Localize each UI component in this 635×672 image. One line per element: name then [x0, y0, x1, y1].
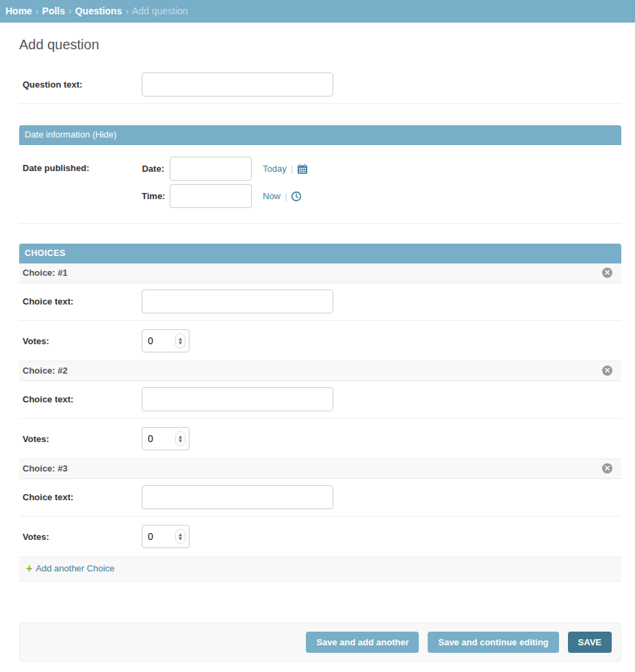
votes-label: Votes:: [23, 336, 142, 346]
breadcrumb-link-home[interactable]: Home: [5, 5, 32, 16]
date-sub-row: Date: Today |: [142, 157, 308, 181]
choice-title: Choice: #2: [23, 365, 68, 376]
number-stepper[interactable]: ▲ ▼: [175, 333, 185, 348]
time-sub-row: Time: Now |: [142, 184, 308, 208]
delete-choice-icon[interactable]: ×: [602, 365, 612, 376]
time-input[interactable]: [170, 184, 252, 208]
choice-title: Choice: #3: [23, 463, 68, 474]
votes-label: Votes:: [23, 532, 142, 542]
add-another-choice-link[interactable]: + Add another Choice: [26, 563, 114, 575]
choice-text-input[interactable]: [142, 289, 333, 313]
datetime-widget: Date: Today |: [142, 157, 308, 208]
breadcrumb: Home›Polls›Questions›Add question: [0, 0, 635, 23]
question-text-label: Question text:: [23, 79, 142, 90]
choice-text-input[interactable]: [142, 387, 333, 411]
votes-input[interactable]: ▲ ▼: [142, 525, 190, 548]
breadcrumb-separator: ›: [36, 5, 39, 16]
choice-inline-block: Choice: #2 × Choice text: Votes: ▲ ▼: [19, 361, 621, 459]
delete-choice-icon[interactable]: ×: [602, 463, 612, 474]
votes-label: Votes:: [23, 434, 142, 444]
save-and-continue-editing-button[interactable]: Save and continue editing: [428, 632, 558, 653]
stepper-down-icon[interactable]: ▼: [179, 341, 182, 345]
question-fieldset: Question text:: [19, 66, 621, 104]
plus-icon: +: [26, 564, 32, 573]
shortcut-separator: |: [285, 191, 287, 201]
date-published-row: Date published: Date: Today |: [19, 145, 621, 224]
number-stepper[interactable]: ▲ ▼: [175, 431, 185, 446]
content-area: Add question Question text: Date informa…: [19, 37, 621, 662]
shortcut-separator: |: [291, 164, 293, 174]
submit-row: Save and add another Save and continue e…: [19, 623, 621, 662]
votes-row: Votes: ▲ ▼: [19, 517, 621, 557]
page-title: Add question: [19, 37, 621, 53]
choice-text-label: Choice text:: [23, 296, 142, 307]
today-link[interactable]: Today: [263, 164, 287, 174]
stepper-down-icon[interactable]: ▼: [179, 537, 182, 541]
breadcrumb-separator: ›: [125, 5, 129, 16]
choice-title-row: Choice: #3 ×: [19, 459, 621, 479]
save-and-add-another-button[interactable]: Save and add another: [306, 632, 419, 653]
save-button[interactable]: SAVE: [568, 632, 612, 653]
votes-row: Votes: ▲ ▼: [19, 321, 621, 361]
votes-value-field[interactable]: [148, 531, 168, 542]
date-input[interactable]: [170, 157, 252, 181]
votes-value-field[interactable]: [148, 433, 168, 444]
add-another-choice-label: Add another Choice: [36, 563, 114, 575]
delete-choice-icon[interactable]: ×: [602, 268, 612, 278]
votes-input[interactable]: ▲ ▼: [142, 329, 190, 352]
choice-title-row: Choice: #2 ×: [19, 361, 621, 381]
add-choice-row: + Add another Choice: [19, 557, 621, 582]
breadcrumb-link-polls[interactable]: Polls: [42, 5, 65, 16]
stepper-down-icon[interactable]: ▼: [179, 439, 182, 443]
date-fieldset-header[interactable]: Date information (Hide): [19, 125, 621, 145]
number-stepper[interactable]: ▲ ▼: [175, 529, 185, 544]
choice-inline-block: Choice: #3 × Choice text: Votes: ▲ ▼: [19, 459, 621, 557]
choices-header: CHOICES: [19, 244, 621, 263]
breadcrumb-separator: ›: [68, 5, 72, 16]
choice-text-input[interactable]: [142, 485, 333, 509]
breadcrumb-link-questions[interactable]: Questions: [75, 5, 122, 16]
question-text-row: Question text:: [19, 66, 621, 104]
choice-text-row: Choice text:: [19, 283, 621, 321]
votes-value-field[interactable]: [148, 335, 168, 346]
date-fieldset: Date information (Hide) Date published: …: [19, 125, 621, 224]
choice-inline-block: Choice: #1 × Choice text: Votes: ▲ ▼: [19, 263, 621, 361]
votes-input[interactable]: ▲ ▼: [142, 427, 190, 450]
votes-row: Votes: ▲ ▼: [19, 419, 621, 459]
question-text-input[interactable]: [142, 73, 333, 96]
breadcrumb-current: Add question: [132, 5, 188, 16]
choice-title-row: Choice: #1 ×: [19, 263, 621, 283]
clock-icon[interactable]: [291, 191, 302, 202]
choice-text-label: Choice text:: [23, 492, 142, 502]
choice-text-row: Choice text:: [19, 479, 621, 517]
choice-text-row: Choice text:: [19, 381, 621, 419]
now-link[interactable]: Now: [263, 191, 281, 201]
time-sublabel: Time:: [142, 191, 164, 201]
choice-text-label: Choice text:: [23, 394, 142, 404]
choices-group: CHOICES Choice: #1 × Choice text: Votes:…: [19, 244, 621, 582]
choice-title: Choice: #1: [23, 268, 68, 278]
calendar-icon[interactable]: [297, 164, 308, 175]
date-sublabel: Date:: [142, 164, 164, 174]
date-published-label: Date published:: [23, 163, 142, 173]
